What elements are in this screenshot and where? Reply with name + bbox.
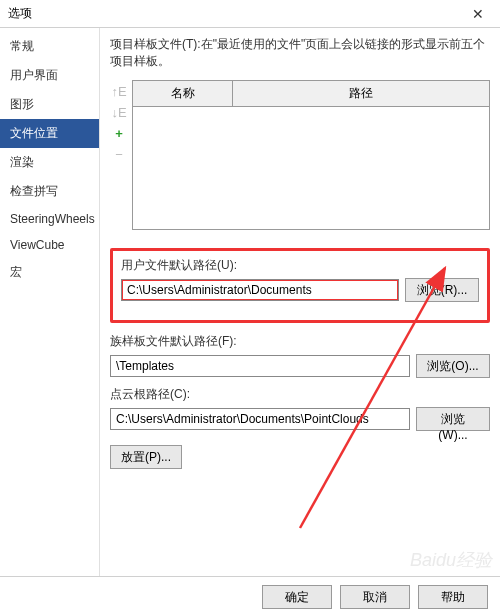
help-button[interactable]: 帮助 (418, 585, 488, 609)
sidebar-item-file-locations[interactable]: 文件位置 (0, 119, 99, 148)
browse-r-button[interactable]: 浏览(R)... (405, 278, 479, 302)
description-text: 项目样板文件(T):在"最近使用的文件"页面上会以链接的形式显示前五个项目样板。 (110, 36, 490, 70)
table-header: 名称 路径 (133, 81, 489, 107)
window-title: 选项 (8, 5, 464, 22)
sidebar-item-ui[interactable]: 用户界面 (0, 61, 99, 90)
sidebar-item-viewcube[interactable]: ViewCube (0, 232, 99, 258)
browse-w-button[interactable]: 浏览(W)... (416, 407, 490, 431)
browse-o-button[interactable]: 浏览(O)... (416, 354, 490, 378)
user-files-label: 用户文件默认路径(U): (121, 257, 479, 274)
sidebar-item-graphics[interactable]: 图形 (0, 90, 99, 119)
sidebar-item-rendering[interactable]: 渲染 (0, 148, 99, 177)
remove-icon[interactable]: − (115, 147, 123, 162)
main-area: 常规 用户界面 图形 文件位置 渲染 检查拼写 SteeringWheels V… (0, 28, 500, 576)
sidebar: 常规 用户界面 图形 文件位置 渲染 检查拼写 SteeringWheels V… (0, 28, 100, 576)
family-template-section: 族样板文件默认路径(F): 浏览(O)... (110, 333, 490, 378)
col-name: 名称 (133, 81, 233, 106)
ok-button[interactable]: 确定 (262, 585, 332, 609)
reorder-icons: ↑E ↓E + − (110, 80, 128, 230)
point-cloud-label: 点云根路径(C): (110, 386, 490, 403)
place-button[interactable]: 放置(P)... (110, 445, 182, 469)
add-icon[interactable]: + (115, 126, 123, 141)
sidebar-item-general[interactable]: 常规 (0, 32, 99, 61)
dialog-footer: 确定 取消 帮助 (0, 576, 500, 616)
cancel-button[interactable]: 取消 (340, 585, 410, 609)
close-icon[interactable]: ✕ (464, 2, 492, 26)
sidebar-item-steeringwheels[interactable]: SteeringWheels (0, 206, 99, 232)
family-template-input[interactable] (110, 355, 410, 377)
template-table[interactable]: 名称 路径 (132, 80, 490, 230)
col-path: 路径 (233, 81, 489, 106)
sidebar-item-spelling[interactable]: 检查拼写 (0, 177, 99, 206)
user-files-section-highlighted: 用户文件默认路径(U): 浏览(R)... (110, 248, 490, 323)
sidebar-item-macros[interactable]: 宏 (0, 258, 99, 287)
point-cloud-input[interactable] (110, 408, 410, 430)
move-up-icon[interactable]: ↑E (111, 84, 126, 99)
move-down-icon[interactable]: ↓E (111, 105, 126, 120)
point-cloud-section: 点云根路径(C): 浏览(W)... (110, 386, 490, 431)
titlebar: 选项 ✕ (0, 0, 500, 28)
family-template-label: 族样板文件默认路径(F): (110, 333, 490, 350)
template-table-area: ↑E ↓E + − 名称 路径 (110, 80, 490, 230)
content-panel: 项目样板文件(T):在"最近使用的文件"页面上会以链接的形式显示前五个项目样板。… (100, 28, 500, 576)
user-files-input[interactable] (121, 279, 399, 301)
